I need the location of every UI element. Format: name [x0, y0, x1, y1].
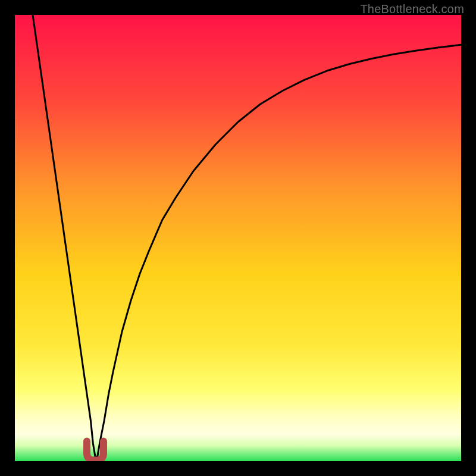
- plot-area: [15, 15, 461, 461]
- chart-svg: [15, 15, 461, 461]
- chart-frame: TheBottleneck.com: [0, 0, 476, 476]
- gradient-background: [15, 15, 461, 461]
- watermark-text: TheBottleneck.com: [360, 2, 464, 16]
